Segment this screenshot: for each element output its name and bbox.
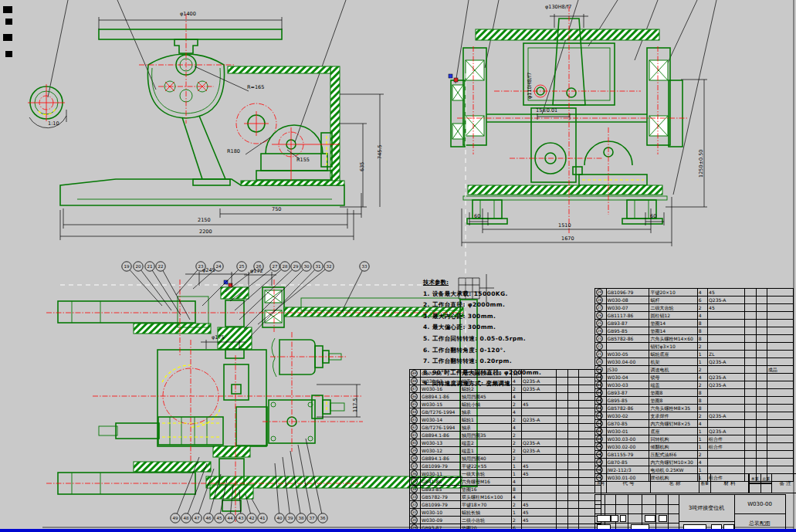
- bom-cell-name: 内六角螺钉M8×30: [461, 370, 512, 378]
- grip-blue[interactable]: [449, 74, 452, 78]
- balloon-number: 46: [206, 516, 212, 520]
- bom-cell-c1: [557, 470, 568, 478]
- bom-cell-name: 垫圈14: [649, 327, 697, 335]
- cad-sheet[interactable]: .g{stroke:#067806;fill:none;stroke-width…: [0, 0, 796, 532]
- bom-cell-no: 38: [410, 455, 421, 463]
- balloon-number: 36: [320, 516, 326, 520]
- bom-cell-c2: [757, 451, 767, 459]
- bom-cell-mat: 组合件: [708, 435, 745, 443]
- toolbar-icon[interactable]: [3, 6, 12, 13]
- bom-cell-no: 23: [595, 335, 607, 343]
- bom-cell-c1: [557, 486, 568, 493]
- grip-red[interactable]: [454, 78, 458, 82]
- bom-cell-name: 二级大齿轮: [649, 304, 697, 312]
- bom-cell-code: W030-13: [421, 439, 461, 447]
- bom-cell-c1: [557, 447, 568, 455]
- sheet-border-bottom-blue: [0, 529, 796, 532]
- bom-cell-mat: [522, 493, 557, 501]
- bom-cell-qty: 4: [512, 424, 522, 432]
- bom-row: 33GB5782-79双头螺柱M16×1004: [410, 493, 601, 501]
- bom-row: 21W030-05蜗轮底座1ZL: [595, 351, 794, 358]
- balloon-number: 19: [124, 264, 130, 269]
- balloon-number: 27: [273, 264, 278, 269]
- balloon-number: 25: [239, 264, 245, 269]
- front-view: [60, 14, 384, 240]
- bom-cell-mat: [708, 405, 745, 412]
- bom-cell-mat: [708, 420, 745, 428]
- bom-cell-code: GB1099-79: [421, 501, 461, 509]
- item-balloon: 32: [411, 501, 418, 508]
- bom-cell-no: 7: [595, 459, 607, 466]
- bom-cell-c1: [744, 289, 757, 296]
- bom-cell-c2: [757, 412, 767, 420]
- bom-cell-c1: [557, 501, 568, 509]
- bom-cell-mat: 45: [522, 501, 557, 509]
- bom-cell-c2: [568, 401, 579, 408]
- bom-cell-name: 锁母: [649, 374, 697, 381]
- bom-cell-name: 销钉φ3×10: [649, 343, 697, 351]
- bom-cell-qty: 1: [512, 470, 522, 478]
- bom-row: 32GB1099-79平键18×70245: [410, 501, 601, 509]
- bom-cell-c1: [744, 296, 757, 304]
- bom-cell-qty: 1: [697, 443, 707, 451]
- bom-row: 6JW2-112/3电动机 0.25KW1: [595, 466, 794, 474]
- bom-cell-mat: Q235-A: [522, 416, 557, 424]
- bom-cell-c2: [568, 370, 579, 378]
- item-balloon: 8: [596, 451, 603, 458]
- item-balloon: 28: [596, 296, 603, 303]
- bom-cell-c2: [757, 320, 767, 327]
- bom-cell-no: 31: [410, 509, 421, 517]
- note-line: 5. 工作台回转转速: 0.05-0.5rpm.: [423, 335, 541, 343]
- bom-cell-mat: [522, 478, 557, 486]
- bom-cell-qty: 1: [512, 463, 522, 470]
- balloon-leader: [150, 266, 181, 315]
- bom-cell-no: 6: [595, 466, 607, 474]
- bom-cell-qty: 2: [512, 401, 522, 408]
- bom-cell-code: GB1117-86: [606, 312, 649, 320]
- bom-cell-c2: [757, 420, 767, 428]
- bom-cell-c1: [557, 408, 568, 416]
- toolbar-icon[interactable]: [3, 34, 12, 41]
- bom-cell-c1: [744, 451, 757, 459]
- bom-cell-c1: [557, 416, 568, 424]
- bom-cell-code: JS30: [606, 366, 649, 374]
- bom-cell-c2: [757, 312, 767, 320]
- bom-cell-code: W030-09: [421, 517, 461, 524]
- bom-cell-code: GB70-85: [421, 370, 461, 378]
- bom-cell-code: W030-05: [606, 351, 649, 358]
- bom-cell-c1: [557, 378, 568, 385]
- bom-cell-name: 六角螺母M16: [461, 478, 512, 486]
- balloon-number: 49: [173, 516, 178, 520]
- bom-cell-no: 19: [595, 366, 607, 374]
- bom-cell-name: 垫圈8: [649, 397, 697, 405]
- bom-cell-no: 14: [595, 405, 607, 412]
- dim-section-1510: 1510: [558, 223, 571, 229]
- bom-cell-c2: [568, 378, 579, 385]
- bom-row: 41GB894.1-86轴用挡圈352: [410, 432, 601, 439]
- bom-cell-c1: [557, 385, 568, 393]
- bom-cell-note: [767, 405, 793, 412]
- dim-front-750: 750: [272, 207, 281, 212]
- bom-cell-no: 49: [410, 370, 421, 378]
- title-product-name: 3吨焊接变位机: [679, 495, 734, 521]
- bom-row: 38GB894.1-86轴用挡圈402: [410, 455, 601, 463]
- bom-row: 11W030-01底座1Q235-A: [595, 428, 794, 435]
- balloon-number: 22: [158, 264, 164, 269]
- item-balloon: 24: [596, 327, 603, 334]
- bom-cell-mat: Q235-A: [522, 439, 557, 447]
- bom-cell-qty: 8: [697, 389, 707, 397]
- bom-cell-c1: [744, 343, 757, 351]
- bom-cell-qty: 8: [697, 320, 707, 327]
- bom-cell-qty: 2: [512, 501, 522, 509]
- bom-cell-note: [767, 466, 793, 474]
- toolbar-icon[interactable]: [5, 19, 12, 25]
- bom-row: 42GB/T276-1994轴承4: [410, 424, 601, 432]
- bom-cell-no: 25: [595, 320, 607, 327]
- bom-cell-c2: [757, 435, 767, 443]
- bom-cell-no: 43: [410, 416, 421, 424]
- bom-cell-no: 47: [410, 385, 421, 393]
- toolbar-icon[interactable]: [5, 51, 12, 57]
- bom-cell-qty: 8: [697, 335, 707, 343]
- bom-cell-qty: 8: [697, 327, 707, 335]
- bom-cell-mat: 45: [522, 509, 557, 517]
